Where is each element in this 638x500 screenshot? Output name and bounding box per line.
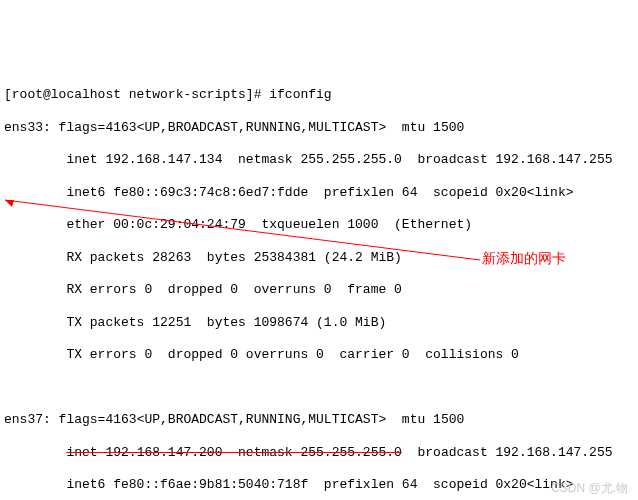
blank-line [4, 380, 634, 396]
ens33-rx-errors: RX errors 0 dropped 0 overruns 0 frame 0 [4, 282, 634, 298]
command: ifconfig [269, 87, 331, 102]
prompt-line: [root@localhost network-scripts]# ifconf… [4, 87, 634, 103]
ens33-rx-packets: RX packets 28263 bytes 25384381 (24.2 Mi… [4, 250, 634, 266]
ens33-ether: ether 00:0c:29:04:24:79 txqueuelen 1000 … [4, 217, 634, 233]
terminal-output[interactable]: [root@localhost network-scripts]# ifconf… [4, 71, 634, 500]
ens33-tx-packets: TX packets 12251 bytes 1098674 (1.0 MiB) [4, 315, 634, 331]
ens37-inet: inet 192.168.147.200 netmask 255.255.255… [4, 445, 634, 461]
watermark: CSDN @尤.物 [551, 481, 628, 496]
shell-prompt: [root@localhost network-scripts]# [4, 87, 269, 102]
ens33-inet6: inet6 fe80::69c3:74c8:6ed7:fdde prefixle… [4, 185, 634, 201]
iface-ens33-header: ens33: flags=4163<UP,BROADCAST,RUNNING,M… [4, 120, 634, 136]
ens37-inet-struck: inet 192.168.147.200 netmask 255.255.255… [66, 445, 401, 460]
ens33-tx-errors: TX errors 0 dropped 0 overruns 0 carrier… [4, 347, 634, 363]
ens37-inet6: inet6 fe80::f6ae:9b81:5040:718f prefixle… [4, 477, 634, 493]
ens33-inet: inet 192.168.147.134 netmask 255.255.255… [4, 152, 634, 168]
iface-ens37-header: ens37: flags=4163<UP,BROADCAST,RUNNING,M… [4, 412, 634, 428]
